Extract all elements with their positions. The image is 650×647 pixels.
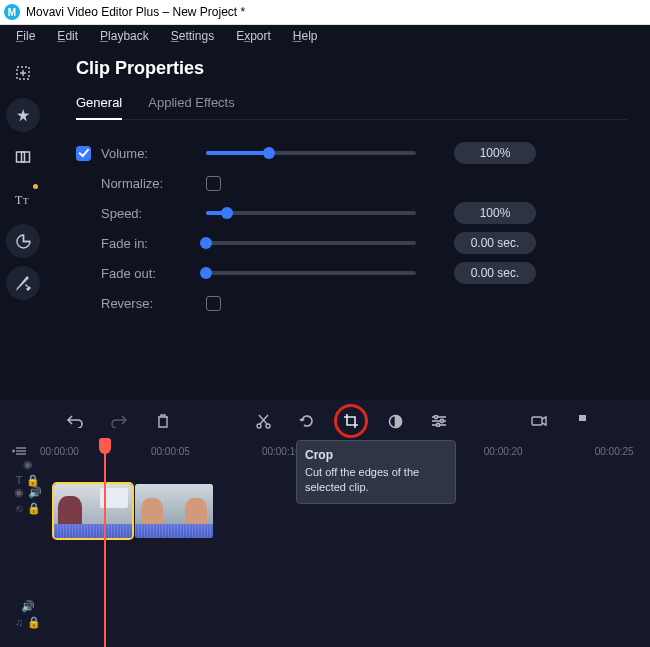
undo-button[interactable] (64, 410, 86, 432)
fadein-slider[interactable] (206, 241, 416, 245)
ruler-mark: 00:00:25 (595, 446, 634, 457)
sidebar-titles[interactable]: TT (6, 182, 40, 216)
sidebar-more-tools[interactable] (6, 266, 40, 300)
video-clip-1[interactable] (54, 484, 132, 538)
timeline-toolbar (0, 400, 650, 442)
app-icon: M (4, 4, 20, 20)
svg-rect-16 (532, 417, 542, 425)
playhead[interactable] (104, 442, 106, 647)
svg-point-7 (257, 424, 261, 428)
sidebar-stickers[interactable] (6, 224, 40, 258)
record-button[interactable] (528, 410, 550, 432)
speed-label: Speed: (101, 206, 196, 221)
tab-general[interactable]: General (76, 95, 122, 120)
link-icon[interactable]: ⎋ (16, 502, 23, 515)
rotate-button[interactable] (296, 410, 318, 432)
svg-rect-3 (17, 152, 25, 162)
volume-slider[interactable] (206, 151, 416, 155)
ruler-mark: 00:00:05 (151, 446, 190, 457)
menu-edit[interactable]: Edit (47, 27, 88, 45)
reverse-label: Reverse: (101, 296, 196, 311)
normalize-checkbox[interactable] (206, 176, 221, 191)
lock-icon[interactable]: 🔒 (27, 616, 41, 629)
sidebar-transitions[interactable] (6, 140, 40, 174)
color-button[interactable] (384, 410, 406, 432)
sidebar-filters[interactable] (6, 98, 40, 132)
tab-applied-effects[interactable]: Applied Effects (148, 95, 234, 119)
svg-text:T: T (15, 193, 23, 206)
menu-playback[interactable]: Playback (90, 27, 159, 45)
svg-point-13 (434, 415, 437, 418)
svg-text:T: T (23, 196, 29, 206)
sidebar-import[interactable] (6, 56, 40, 90)
lock-icon[interactable]: 🔒 (26, 474, 40, 487)
fadeout-label: Fade out: (101, 266, 196, 281)
marker-button[interactable] (572, 410, 594, 432)
window-titlebar: M Movavi Video Editor Plus – New Project… (0, 0, 650, 24)
timeline: Crop Cut off the edges of the selected c… (0, 400, 650, 647)
speaker-icon[interactable]: 🔊 (21, 600, 35, 613)
menubar: File Edit Playback Settings Export Help (0, 24, 650, 46)
redo-button[interactable] (108, 410, 130, 432)
fadeout-value[interactable]: 0.00 sec. (454, 262, 536, 284)
lock-icon[interactable]: 🔒 (27, 502, 41, 515)
menu-file[interactable]: File (6, 27, 45, 45)
volume-checkbox[interactable] (76, 146, 91, 161)
delete-button[interactable] (152, 410, 174, 432)
audio-track-header[interactable]: 🔊♫🔒 (0, 602, 650, 626)
menu-help[interactable]: Help (283, 27, 328, 45)
menu-export[interactable]: Export (226, 27, 281, 45)
fadein-value[interactable]: 0.00 sec. (454, 232, 536, 254)
volume-label: Volume: (101, 146, 196, 161)
panel-heading: Clip Properties (76, 58, 628, 79)
window-title: Movavi Video Editor Plus – New Project * (26, 5, 245, 19)
crop-button[interactable] (340, 410, 362, 432)
volume-value[interactable]: 100% (454, 142, 536, 164)
fadein-label: Fade in: (101, 236, 196, 251)
sidebar: TT (0, 46, 46, 400)
reverse-checkbox[interactable] (206, 296, 221, 311)
speaker-icon[interactable]: 🔊 (28, 486, 42, 499)
video-clip-2[interactable] (135, 484, 213, 538)
eye-icon[interactable]: ◉ (14, 486, 24, 499)
tooltip-body: Cut off the edges of the selected clip. (305, 465, 447, 495)
svg-rect-4 (22, 152, 30, 162)
panel-tabs: General Applied Effects (76, 95, 628, 120)
ruler-mark: 00:00:10 (262, 446, 301, 457)
ruler-mark: 00:00:20 (484, 446, 523, 457)
properties-panel: Clip Properties General Applied Effects … (46, 46, 650, 400)
fadeout-slider[interactable] (206, 271, 416, 275)
add-track-button[interactable] (12, 446, 30, 456)
crop-tooltip: Crop Cut off the edges of the selected c… (296, 440, 456, 504)
menu-settings[interactable]: Settings (161, 27, 224, 45)
speed-value[interactable]: 100% (454, 202, 536, 224)
svg-point-15 (436, 423, 439, 426)
clip-properties-button[interactable] (428, 410, 450, 432)
normalize-label: Normalize: (101, 176, 196, 191)
split-button[interactable] (252, 410, 274, 432)
eye-icon[interactable]: ◉ (23, 458, 33, 471)
tooltip-title: Crop (305, 447, 447, 463)
svg-point-8 (266, 424, 270, 428)
svg-point-14 (440, 419, 443, 422)
speed-slider[interactable] (206, 211, 416, 215)
ruler-mark: 00:00:00 (40, 446, 79, 457)
